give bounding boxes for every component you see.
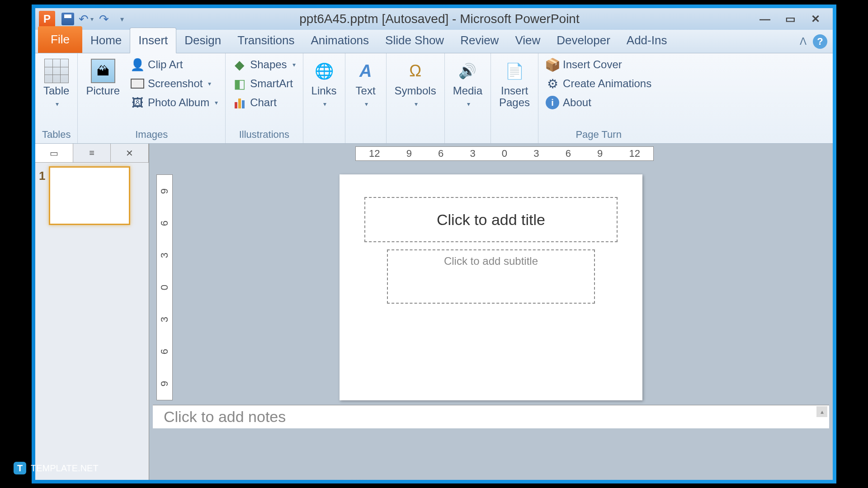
media-icon: 🔊 xyxy=(455,59,480,83)
maximize-button[interactable]: ▭ xyxy=(782,13,798,25)
media-button[interactable]: 🔊 Media▾ xyxy=(448,56,487,112)
watermark-text: TEMPLATE.NET xyxy=(31,463,99,474)
edit-area: 12963036912 9630369 Click to add title C… xyxy=(149,144,833,480)
chevron-down-icon: ▾ xyxy=(215,99,218,106)
chevron-down-icon: ▾ xyxy=(467,100,470,108)
slide-canvas[interactable]: Click to add title Click to add subtitle xyxy=(340,174,642,400)
scroll-up-button[interactable]: ▴ xyxy=(816,406,827,417)
thumbnails: 1 xyxy=(35,163,149,480)
chevron-down-icon: ▾ xyxy=(120,15,124,23)
table-button[interactable]: Table▾ xyxy=(39,56,74,112)
photoalbum-button[interactable]: 🖼Photo Album▾ xyxy=(127,94,222,111)
smartart-button[interactable]: ◧SmartArt xyxy=(229,75,299,92)
tab-addins[interactable]: Add-Ins xyxy=(618,28,675,53)
powerpoint-icon[interactable]: P xyxy=(39,11,55,27)
qat-more-button[interactable]: ▾ xyxy=(114,11,130,27)
picture-icon: 🏔 xyxy=(91,59,115,83)
insertcover-button[interactable]: 📦Insert Cover xyxy=(542,56,655,73)
shapes-icon: ◆ xyxy=(233,58,246,71)
about-button[interactable]: iAbout xyxy=(542,94,655,111)
group-label-illustrations: Illustrations xyxy=(229,127,299,142)
shapes-button[interactable]: ◆Shapes▾ xyxy=(229,56,299,73)
symbols-icon: Ω xyxy=(403,59,428,83)
tab-review[interactable]: Review xyxy=(452,28,507,53)
group-label-tables: Tables xyxy=(39,127,74,142)
tab-file[interactable]: File xyxy=(38,26,82,53)
tab-home[interactable]: Home xyxy=(82,28,130,53)
slides-tab[interactable]: ▭ xyxy=(35,144,73,162)
undo-button[interactable]: ↶▾ xyxy=(78,11,94,27)
save-button[interactable] xyxy=(60,11,76,27)
close-icon: ✕ xyxy=(811,13,820,25)
picture-button[interactable]: 🏔 Picture xyxy=(81,56,124,99)
redo-button[interactable]: ↷ xyxy=(96,11,112,27)
title-placeholder[interactable]: Click to add title xyxy=(364,197,618,242)
watermark: T TEMPLATE.NET xyxy=(14,462,99,474)
undo-icon: ↶ xyxy=(79,12,89,26)
links-button[interactable]: 🌐 Links▾ xyxy=(307,56,341,112)
app-window: P ↶▾ ↷ ▾ ppt6A45.pptm [Autosaved] - Micr… xyxy=(35,8,833,480)
minimize-icon: — xyxy=(760,13,770,25)
tab-insert[interactable]: Insert xyxy=(130,28,176,53)
thumb-preview xyxy=(49,166,130,225)
workspace: ▭ ≡ ✕ 1 12963036912 xyxy=(35,144,833,480)
insertpages-button[interactable]: 📄 Insert Pages xyxy=(495,56,534,112)
chevron-down-icon: ▾ xyxy=(90,15,94,23)
notes-area[interactable]: Click to add notes ▴ xyxy=(153,405,829,428)
smartart-icon: ◧ xyxy=(233,77,246,90)
createanim-button[interactable]: ⚙Create Animations xyxy=(542,75,655,92)
group-illustrations: ◆Shapes▾ ◧SmartArt Chart Illustrations xyxy=(226,53,303,143)
group-images: 🏔 Picture 👤Clip Art Screenshot▾ 🖼Photo A… xyxy=(78,53,226,143)
chevron-down-icon: ▾ xyxy=(415,100,418,108)
close-button[interactable]: ✕ xyxy=(807,13,824,25)
text-icon: A xyxy=(354,59,378,83)
group-media: 🔊 Media▾ xyxy=(445,53,491,143)
ribbon-tabs: File Home Insert Design Transitions Anim… xyxy=(35,30,833,53)
pages-icon: 📄 xyxy=(502,59,527,83)
group-links: 🌐 Links▾ xyxy=(303,53,345,143)
horizontal-ruler: 12963036912 xyxy=(355,146,654,161)
redo-icon: ↷ xyxy=(99,12,109,26)
symbols-button[interactable]: Ω Symbols▾ xyxy=(390,56,441,112)
outline-tab[interactable]: ≡ xyxy=(73,144,111,162)
photoalbum-icon: 🖼 xyxy=(131,96,144,109)
tab-animations[interactable]: Animations xyxy=(302,28,377,53)
tab-design[interactable]: Design xyxy=(176,28,229,53)
about-icon: i xyxy=(546,96,559,109)
table-icon xyxy=(44,59,69,83)
chevron-down-icon: ▾ xyxy=(292,61,296,68)
tab-view[interactable]: View xyxy=(507,28,548,53)
group-label-pageturn: Page Turn xyxy=(542,127,655,142)
tab-developer[interactable]: Developer xyxy=(548,28,618,53)
tab-transitions[interactable]: Transitions xyxy=(229,28,302,53)
tab-slideshow[interactable]: Slide Show xyxy=(377,28,452,53)
cover-icon: 📦 xyxy=(546,58,559,71)
chart-icon xyxy=(233,96,246,109)
minimize-button[interactable]: — xyxy=(757,13,773,25)
chevron-down-icon: ▾ xyxy=(365,100,368,108)
help-button[interactable]: ? xyxy=(813,34,827,49)
collapse-ribbon-button[interactable]: ᐱ xyxy=(800,36,807,47)
window-title: ppt6A45.pptm [Autosaved] - Microsoft Pow… xyxy=(131,12,748,26)
chart-button[interactable]: Chart xyxy=(229,94,299,111)
screenshot-icon xyxy=(131,77,144,90)
screenshot-button[interactable]: Screenshot▾ xyxy=(127,75,222,92)
slide-thumbnail-1[interactable]: 1 xyxy=(39,166,145,225)
group-label-images: Images xyxy=(81,127,222,142)
clipart-icon: 👤 xyxy=(131,58,144,71)
text-button[interactable]: A Text▾ xyxy=(349,56,382,112)
links-icon: 🌐 xyxy=(312,59,336,83)
group-pageturn: 📦Insert Cover ⚙Create Animations iAbout … xyxy=(538,53,659,143)
save-icon xyxy=(61,13,74,25)
group-tables: Table▾ Tables xyxy=(35,53,78,143)
title-bar: P ↶▾ ↷ ▾ ppt6A45.pptm [Autosaved] - Micr… xyxy=(35,8,833,30)
chevron-down-icon: ▾ xyxy=(56,100,59,108)
panel-close-button[interactable]: ✕ xyxy=(111,144,149,162)
clipart-button[interactable]: 👤Clip Art xyxy=(127,56,222,73)
anim-icon: ⚙ xyxy=(546,77,559,90)
vertical-ruler: 9630369 xyxy=(156,174,173,400)
ribbon-content: Table▾ Tables 🏔 Picture 👤Clip Art xyxy=(35,53,833,144)
slides-panel: ▭ ≡ ✕ 1 xyxy=(35,144,149,480)
watermark-icon: T xyxy=(14,462,26,474)
subtitle-placeholder[interactable]: Click to add subtitle xyxy=(387,249,595,304)
